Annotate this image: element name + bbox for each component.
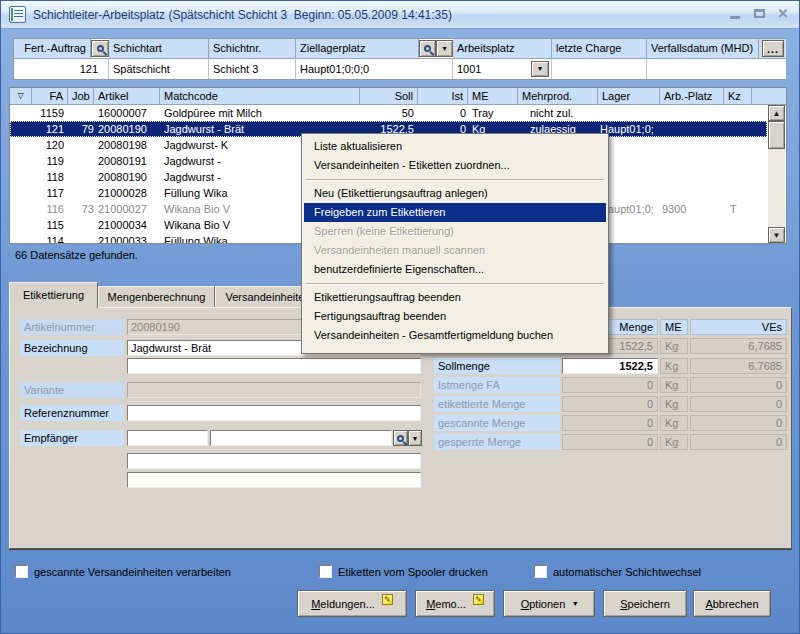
col-soll[interactable]: Soll: [360, 88, 418, 105]
arbeitsplatz-label: Arbeitsplatz: [453, 39, 552, 58]
sort-icon[interactable]: ▽: [10, 88, 32, 105]
title-bar: Schichtleiter-Arbeitsplatz (Spätschicht …: [1, 1, 800, 29]
gescannte-menge-me: Kg: [660, 415, 688, 431]
checkbox-gescannte-ve-label: gescannte Versandeinheiten verarbeiten: [34, 565, 231, 579]
gesperrte-menge-menge: 0: [562, 434, 658, 450]
tab-etikettierung[interactable]: Etikettierung: [9, 282, 98, 308]
scroll-down-icon[interactable]: ▼: [768, 227, 785, 243]
empfaenger-name-field[interactable]: [210, 430, 392, 446]
gescannte-menge-label: gescannte Menge: [434, 415, 560, 431]
variante-field: [127, 382, 421, 398]
checkbox-schichtwechsel[interactable]: [534, 565, 547, 578]
minimize-icon[interactable]: [727, 5, 743, 21]
referenznummer-label: Referenznummer: [20, 405, 124, 421]
note-icon: ✎: [473, 594, 484, 605]
bezeichnung-label: Bezeichnung: [20, 340, 124, 356]
istmenge-me: Kg: [660, 377, 688, 393]
search-icon: [424, 45, 431, 52]
menu-item-etikettierungsauftrag-beenden[interactable]: Etikettierungsauftrag beenden: [304, 288, 606, 307]
col-kz[interactable]: Kz: [724, 88, 752, 105]
scroll-up-icon[interactable]: ▲: [768, 105, 785, 121]
schichtart-input[interactable]: Spätschicht: [109, 58, 209, 79]
memo-button[interactable]: Memo...✎: [415, 590, 495, 617]
speichern-button[interactable]: Speichern: [603, 590, 687, 617]
meldungen-button[interactable]: Meldungen...✎: [297, 590, 407, 617]
col-ist[interactable]: Ist: [418, 88, 468, 105]
menu-item-gesamtfertigmeldung[interactable]: Versandeinheiten - Gesamtfertigmeldung b…: [304, 326, 606, 345]
checkbox-spooler[interactable]: [319, 565, 332, 578]
col-artikel[interactable]: Artikel: [94, 88, 160, 105]
variante-label: Variante: [20, 382, 124, 398]
chevron-down-icon: ▾: [573, 599, 577, 608]
menu-item-fertigungsauftrag-beenden[interactable]: Fertigungsauftrag beenden: [304, 307, 606, 326]
search-icon: [397, 435, 404, 442]
istmenge-menge: 0: [562, 377, 658, 393]
bezeichnung-field-line2[interactable]: [127, 358, 421, 374]
gescannte-menge-ves: 0: [690, 415, 787, 431]
referenznummer-field[interactable]: [127, 405, 421, 421]
qty-row0-me: Kg: [660, 338, 688, 354]
window-title: Schichtleiter-Arbeitsplatz (Spätschicht …: [33, 8, 452, 22]
context-menu: Liste aktualisieren Versandeinheiten - E…: [301, 133, 609, 354]
empfaenger-dropdown-button[interactable]: ▾: [408, 430, 422, 446]
empfaenger-address-field-2[interactable]: [127, 472, 421, 488]
gesperrte-menge-ves: 0: [690, 434, 787, 450]
arbeitsplatz-combo[interactable]: 1001 ▾: [453, 58, 552, 79]
etikettierte-menge-me: Kg: [660, 396, 688, 412]
gesperrte-menge-label: gesperrte Menge: [434, 434, 560, 450]
arbeitsplatz-value: 1001: [457, 63, 481, 75]
sollmenge-me: Kg: [660, 358, 688, 374]
fert-auftrag-search-button[interactable]: [91, 40, 109, 57]
letzte-charge-label: letzte Charge: [552, 39, 647, 58]
table-row[interactable]: 115916000007Goldpüree mit Milch500Trayni…: [10, 105, 767, 121]
ziellagerplatz-dropdown-button[interactable]: ▾: [436, 40, 453, 57]
etikettierte-menge-ves: 0: [690, 396, 787, 412]
optionen-button[interactable]: Optionen▾: [503, 590, 595, 617]
menu-item-eigenschaften[interactable]: benutzerdefinierte Eigenschaften...: [304, 260, 606, 279]
chevron-down-icon[interactable]: ▾: [531, 61, 549, 77]
col-arbplatz[interactable]: Arb.-Platz: [660, 88, 724, 105]
gescannte-menge-menge: 0: [562, 415, 658, 431]
app-icon: [9, 6, 26, 23]
col-matchcode[interactable]: Matchcode: [160, 88, 360, 105]
col-fa[interactable]: FA: [32, 88, 68, 105]
tab-mengenberechnung[interactable]: Mengenberechnung: [98, 286, 215, 308]
menu-item-etiketten-zuordnen[interactable]: Versandeinheiten - Etiketten zuordnen...: [304, 156, 606, 175]
empfaenger-address-field-1[interactable]: [127, 453, 421, 469]
menu-item-sperren: Sperren (keine Etikettierung): [304, 222, 606, 241]
schichtnr-label: Schichtnr.: [209, 39, 296, 58]
ziellagerplatz-input[interactable]: Haupt01;0;0;0: [296, 58, 453, 79]
col-job[interactable]: Job: [68, 88, 94, 105]
empfaenger-search-button[interactable]: [393, 430, 408, 446]
vertical-scrollbar[interactable]: ▲ ▼: [768, 105, 785, 243]
checkbox-schichtwechsel-label: automatischer Schichtwechsel: [553, 565, 701, 579]
sollmenge-ves: 6,7685: [690, 358, 787, 374]
sollmenge-field[interactable]: 1522,5: [562, 358, 658, 374]
etikettierte-menge-label: etikettierte Menge: [434, 396, 560, 412]
close-icon[interactable]: ✕: [775, 5, 791, 21]
ziellagerplatz-label: Ziellagerplatz: [296, 39, 419, 58]
menu-item-freigeben[interactable]: Freigeben zum Etikettieren: [304, 203, 606, 222]
maximize-icon[interactable]: [751, 5, 767, 21]
fert-auftrag-input[interactable]: 121: [14, 58, 109, 79]
col-lager[interactable]: Lager: [598, 88, 660, 105]
col-me[interactable]: ME: [468, 88, 518, 105]
empfaenger-code-field[interactable]: [127, 430, 208, 446]
search-icon: [97, 45, 104, 52]
schichtart-label: Schichtart: [109, 39, 209, 58]
menu-item-liste-aktualisieren[interactable]: Liste aktualisieren: [304, 137, 606, 156]
verfallsdatum-input[interactable]: [647, 58, 786, 79]
ziellagerplatz-search-button[interactable]: [419, 40, 436, 57]
note-icon: ✎: [382, 594, 393, 605]
more-options-button[interactable]: ...: [762, 40, 784, 57]
qty-row0-ves: 6,7685: [690, 338, 787, 354]
gesperrte-menge-me: Kg: [660, 434, 688, 450]
checkbox-gescannte-ve[interactable]: [15, 565, 28, 578]
schichtnr-input[interactable]: Schicht 3: [209, 58, 296, 79]
scrollbar-thumb[interactable]: [768, 121, 785, 149]
col-mehrprod[interactable]: Mehrprod.: [518, 88, 598, 105]
abbrechen-button[interactable]: Abbrechen: [693, 590, 771, 617]
letzte-charge-input[interactable]: [552, 58, 647, 79]
menu-item-neu[interactable]: Neu (Etikettierungsauftrag anlegen): [304, 184, 606, 203]
menu-separator: [304, 175, 606, 184]
